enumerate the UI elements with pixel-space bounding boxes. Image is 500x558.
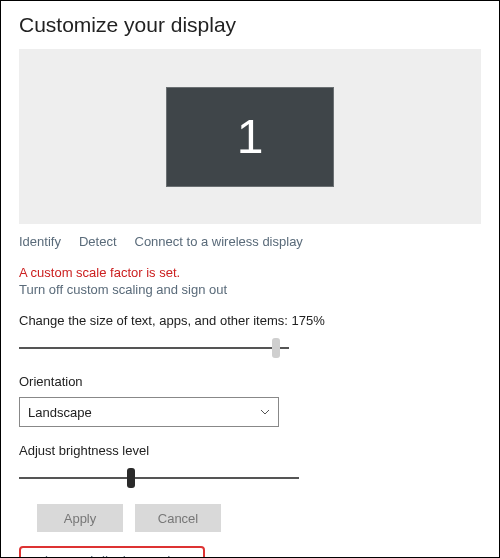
display-tile-1[interactable]: 1	[166, 87, 334, 187]
orientation-label: Orientation	[19, 374, 481, 389]
turn-off-scaling-link[interactable]: Turn off custom scaling and sign out	[19, 282, 227, 297]
slider-track	[19, 477, 299, 479]
slider-track	[19, 347, 289, 349]
custom-scale-warning: A custom scale factor is set.	[19, 265, 481, 280]
detect-link[interactable]: Detect	[79, 234, 117, 249]
identify-link[interactable]: Identify	[19, 234, 61, 249]
advanced-display-settings-link[interactable]: Advanced display settings	[19, 546, 205, 558]
connect-wireless-link[interactable]: Connect to a wireless display	[135, 234, 303, 249]
apply-button[interactable]: Apply	[37, 504, 123, 532]
brightness-label: Adjust brightness level	[19, 443, 481, 458]
scale-slider[interactable]	[19, 336, 289, 360]
brightness-slider[interactable]	[19, 466, 299, 490]
chevron-down-icon	[260, 407, 270, 417]
slider-thumb[interactable]	[272, 338, 280, 358]
slider-thumb[interactable]	[127, 468, 135, 488]
display-arrangement-area[interactable]: 1	[19, 49, 481, 224]
display-action-links: Identify Detect Connect to a wireless di…	[19, 234, 481, 249]
scale-label: Change the size of text, apps, and other…	[19, 313, 481, 328]
orientation-value: Landscape	[28, 405, 92, 420]
cancel-button[interactable]: Cancel	[135, 504, 221, 532]
orientation-select[interactable]: Landscape	[19, 397, 279, 427]
button-row: Apply Cancel	[37, 504, 481, 532]
page-title: Customize your display	[19, 13, 481, 37]
